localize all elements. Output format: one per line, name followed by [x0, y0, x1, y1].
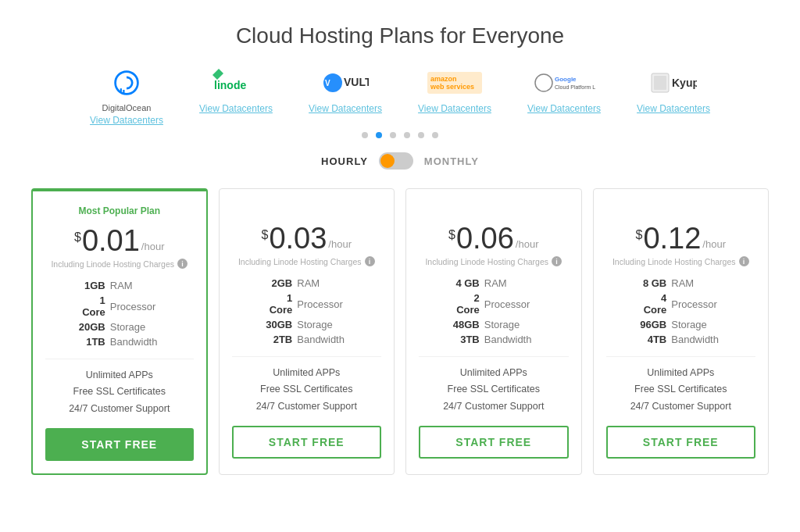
popular-badge-2 [232, 203, 382, 217]
price-dollar-3: $ [448, 228, 455, 242]
svg-marker-4 [212, 69, 223, 80]
svg-text:amazon: amazon [430, 75, 457, 83]
spec-row: 20GB Storage [45, 320, 194, 334]
price-row-1: $ 0.01 /hour [45, 226, 194, 255]
specs-3: 4 GB RAM 2 Core Processor 48GB Storage 3… [419, 276, 569, 347]
spec-row: 1 Core Processor [45, 293, 194, 320]
provider-aws: amazon web services View Datacenters [400, 66, 509, 114]
dot-4[interactable] [418, 132, 424, 138]
info-icon-1[interactable]: i [177, 259, 188, 269]
specs-2: 2GB RAM 1 Core Processor 30GB Storage 2T… [232, 276, 382, 347]
plan-card-4: $ 0.12 /hour Including Linode Hosting Ch… [593, 188, 770, 475]
features-1: Unlimited APPs Free SSL Certificates 24/… [45, 367, 194, 417]
plan-card-1: Most Popular Plan $ 0.01 /hour Including… [31, 188, 208, 475]
dot-3[interactable] [404, 132, 410, 138]
provider-link-google[interactable]: View Datacenters [527, 103, 601, 114]
svg-point-0 [116, 72, 138, 95]
provider-logo-digitalocean [108, 66, 145, 100]
price-period-4: /hour [702, 238, 726, 250]
provider-logo-kyup: Kyup [650, 66, 697, 100]
billing-monthly-label: MONTHLY [424, 155, 479, 167]
plan-card-3: $ 0.06 /hour Including Linode Hosting Ch… [405, 188, 582, 475]
svg-text:V: V [325, 79, 330, 87]
info-icon-4[interactable]: i [739, 256, 749, 266]
price-row-3: $ 0.06 /hour [419, 223, 569, 253]
dot-2[interactable] [390, 132, 396, 138]
price-period-2: /hour [328, 238, 352, 250]
divider-2 [232, 356, 382, 357]
price-note-2: Including Linode Hosting Charges i [232, 256, 382, 266]
features-4: Unlimited APPs Free SSL Certificates 24/… [606, 365, 756, 415]
price-note-1: Including Linode Hosting Charges i [45, 259, 194, 269]
price-amount-2: 0.03 [269, 223, 327, 253]
specs-1: 1GB RAM 1 Core Processor 20GB Storage 1T… [45, 278, 194, 349]
price-dollar-4: $ [635, 228, 642, 242]
svg-text:Google: Google [555, 76, 577, 83]
plans-grid: Most Popular Plan $ 0.01 /hour Including… [31, 188, 769, 475]
price-amount-3: 0.06 [456, 223, 514, 253]
provider-link-linode[interactable]: View Datacenters [199, 103, 273, 114]
provider-vultr: V VULTR View Datacenters [291, 66, 400, 114]
billing-toggle: HOURLY MONTHLY [31, 152, 769, 170]
provider-logo-aws: amazon web services [427, 66, 482, 100]
price-row-2: $ 0.03 /hour [232, 223, 382, 253]
plan-card-2: $ 0.03 /hour Including Linode Hosting Ch… [219, 188, 395, 475]
svg-point-11 [535, 74, 552, 91]
divider-3 [419, 356, 569, 357]
provider-link-digitalocean[interactable]: View Datacenters [90, 115, 163, 126]
provider-digitalocean: DigitalOcean View Datacenters [72, 66, 181, 126]
spec-row: 1GB RAM [45, 278, 194, 293]
svg-text:Cloud Platform Live: Cloud Platform Live [555, 84, 595, 90]
provider-logo-vultr: V VULTR [322, 66, 369, 100]
billing-hourly-label: HOURLY [321, 155, 368, 167]
provider-google: Google Cloud Platform Live View Datacent… [509, 66, 619, 114]
provider-logo-google: Google Cloud Platform Live [533, 66, 595, 100]
popular-badge-3 [419, 203, 569, 217]
page-title: Cloud Hosting Plans for Everyone [31, 23, 769, 48]
billing-toggle-switch[interactable] [379, 152, 413, 170]
svg-rect-15 [654, 76, 666, 90]
price-row-4: $ 0.12 /hour [606, 223, 756, 253]
provider-linode: linode View Datacenters [181, 66, 291, 114]
svg-text:web services: web services [430, 83, 474, 91]
popular-badge: Most Popular Plan [45, 205, 194, 220]
price-dollar-1: $ [74, 230, 81, 245]
spec-row: 1TB Bandwidth [45, 334, 194, 349]
carousel-dots [31, 132, 769, 138]
provider-link-vultr[interactable]: View Datacenters [309, 103, 382, 114]
start-free-button-3[interactable]: START FREE [419, 426, 569, 459]
price-period-3: /hour [516, 238, 539, 250]
start-free-button-2[interactable]: START FREE [232, 426, 382, 459]
info-icon-2[interactable]: i [365, 256, 375, 266]
features-3: Unlimited APPs Free SSL Certificates 24/… [419, 365, 569, 415]
price-period-1: /hour [141, 241, 165, 252]
price-amount-1: 0.01 [82, 226, 140, 255]
dot-0[interactable] [362, 132, 368, 138]
divider-1 [45, 359, 194, 359]
info-icon-3[interactable]: i [552, 256, 562, 266]
provider-kyup: Kyup View Datacenters [619, 66, 728, 114]
specs-4: 8 GB RAM 4 Core Processor 96GB Storage 4… [606, 276, 756, 347]
features-2: Unlimited APPs Free SSL Certificates 24/… [232, 365, 382, 415]
svg-text:VULTR: VULTR [344, 76, 369, 88]
dot-5[interactable] [432, 132, 438, 138]
provider-logo-linode: linode [212, 66, 259, 100]
popular-badge-4 [606, 203, 756, 217]
price-note-4: Including Linode Hosting Charges i [606, 256, 756, 266]
divider-4 [606, 356, 756, 357]
toggle-knob [380, 154, 395, 168]
price-dollar-2: $ [261, 228, 268, 242]
dot-1[interactable] [376, 132, 382, 138]
provider-link-aws[interactable]: View Datacenters [418, 103, 491, 114]
price-note-3: Including Linode Hosting Charges i [419, 256, 569, 266]
provider-link-kyup[interactable]: View Datacenters [637, 103, 710, 114]
page-wrapper: Cloud Hosting Plans for Everyone Digital… [0, 0, 800, 532]
start-free-button-4[interactable]: START FREE [606, 426, 756, 459]
svg-text:Kyup: Kyup [672, 77, 697, 89]
provider-name-digitalocean: DigitalOcean [102, 103, 152, 112]
providers-row: DigitalOcean View Datacenters linode Vie… [31, 66, 769, 126]
svg-text:linode: linode [214, 79, 246, 91]
start-free-button-1[interactable]: START FREE [45, 428, 194, 461]
price-amount-4: 0.12 [643, 223, 701, 253]
